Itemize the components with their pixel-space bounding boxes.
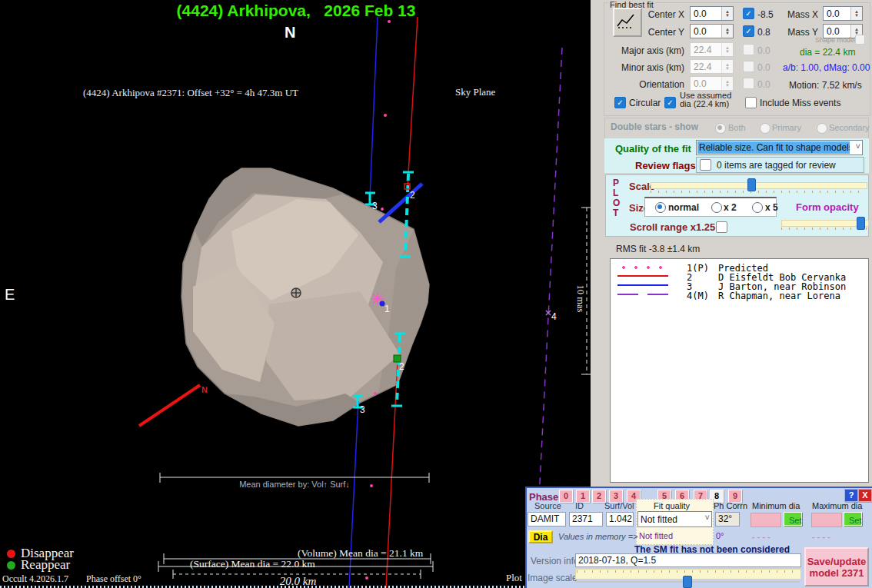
east-direction-label: E bbox=[5, 286, 15, 304]
size-x5-radio[interactable] bbox=[752, 202, 763, 213]
rms-fit-text: RMS fit -3.8 ±1.4 km bbox=[616, 244, 700, 254]
image-scale-slider-thumb[interactable] bbox=[683, 576, 692, 588]
form-opacity-slider-thumb[interactable] bbox=[857, 217, 865, 230]
version-info-field[interactable]: 2018-07-18, Q=1.5 bbox=[575, 553, 801, 567]
scale-slider[interactable] bbox=[651, 182, 867, 189]
minor-axis-spin-arrows[interactable] bbox=[721, 60, 733, 73]
major-axis-spin-arrows[interactable] bbox=[721, 43, 733, 56]
center-y-spinner[interactable]: 0.0 bbox=[690, 24, 734, 38]
predicted-line-sample bbox=[617, 266, 668, 269]
mass-x-spinner[interactable]: 0.0 bbox=[823, 6, 863, 21]
ph-corr-field[interactable]: 32° bbox=[715, 512, 740, 527]
use-assumed-dia-checkbox[interactable] bbox=[664, 97, 676, 108]
major-axis-value: 22.4 bbox=[694, 45, 711, 55]
memory-min-dia: - - - - bbox=[752, 532, 770, 541]
fit-quality-dropdown[interactable]: Not fitted ˅ bbox=[637, 511, 712, 527]
mass-x-spin-arrows[interactable] bbox=[850, 7, 862, 20]
save-button-line2: model 2371 bbox=[806, 567, 867, 579]
minor-axis-value: 22.4 bbox=[694, 61, 711, 72]
chord4-line-sample bbox=[617, 294, 668, 295]
event-info-text: (4424) Arkhipova #2371: Offset +32° = 4h… bbox=[83, 87, 298, 99]
quality-of-fit-dropdown[interactable]: Reliable size. Can fit to shape models ˅ bbox=[696, 140, 863, 155]
chord2-top-label: 2 bbox=[410, 190, 415, 201]
center-y-spin-arrows[interactable] bbox=[721, 25, 733, 38]
orientation-fit-value: 0.0 bbox=[757, 79, 770, 90]
dropdown-arrow-icon: ˅ bbox=[856, 141, 860, 151]
size-x2-label: x 2 bbox=[724, 202, 737, 213]
memory-ph-corr: 0° bbox=[716, 531, 724, 540]
use-assumed-dia-label: Use assumed dia (22.4 km) bbox=[680, 91, 731, 108]
form-opacity-label: Form opacity bbox=[796, 201, 859, 213]
center-x-spinner[interactable]: 0.0 bbox=[690, 6, 734, 21]
source-field[interactable]: DAMIT bbox=[528, 512, 566, 527]
scroll-range-checkbox[interactable] bbox=[716, 221, 727, 233]
help-button[interactable]: ? bbox=[844, 489, 858, 502]
north-direction-label: N bbox=[285, 24, 295, 42]
legend-id: 4(M) bbox=[687, 291, 709, 301]
double-secondary-radio[interactable] bbox=[817, 123, 827, 134]
min-dia-field[interactable] bbox=[751, 513, 781, 527]
center-y-fit-value: 0.8 bbox=[757, 27, 770, 38]
center-x-fit-checkbox[interactable] bbox=[743, 8, 754, 19]
chord2-bottom-label: 2 bbox=[399, 361, 404, 372]
set-min-dia-button[interactable]: Set bbox=[784, 512, 802, 526]
size-normal-label: normal bbox=[668, 202, 699, 213]
center-y-fit-checkbox[interactable] bbox=[743, 25, 754, 37]
dia-button[interactable]: Dia bbox=[528, 530, 553, 543]
minor-axis-spinner[interactable]: 22.4 bbox=[690, 59, 734, 74]
id-header: ID bbox=[575, 501, 584, 510]
max-dia-header: Maximum dia bbox=[812, 501, 862, 510]
orientation-fit-checkbox[interactable] bbox=[743, 78, 754, 89]
plot-vertical-label: P L O T bbox=[613, 178, 620, 218]
surfvol-header: Surf/Vol bbox=[604, 501, 634, 510]
legend-item-predicted[interactable]: 1(P) Predicted bbox=[611, 263, 868, 272]
memory-fit-quality: Not fitted bbox=[639, 531, 673, 540]
minor-axis-fit-checkbox[interactable] bbox=[743, 61, 754, 72]
double-both-radio[interactable] bbox=[715, 123, 726, 134]
save-update-model-button[interactable]: Save/update model 2371 bbox=[804, 547, 869, 586]
legend-item-chord4[interactable]: 4(M) R Chapman, near Lorena bbox=[611, 291, 868, 300]
source-header: Source bbox=[534, 501, 561, 510]
scale-slider-ticks bbox=[651, 191, 866, 193]
shape-center-marker bbox=[291, 288, 301, 297]
ph-corr-header: Ph Corrn bbox=[714, 501, 747, 510]
center-x-spin-arrows[interactable] bbox=[721, 7, 733, 20]
review-flags-checkbox[interactable] bbox=[700, 159, 711, 171]
include-miss-checkbox[interactable] bbox=[745, 97, 757, 108]
legend-item-chord2[interactable]: 2 D Eisfeldt Bob Cervanka bbox=[611, 272, 868, 281]
size-normal-radio[interactable] bbox=[655, 202, 666, 213]
phase-offset-label: Phase offset 0° bbox=[86, 573, 141, 585]
form-opacity-slider[interactable] bbox=[781, 220, 869, 227]
center-x-value: 0.0 bbox=[694, 8, 707, 19]
scroll-range-label: Scroll range x1.25 bbox=[630, 221, 715, 233]
center-x-fit-value: -8.5 bbox=[757, 9, 774, 20]
volume-diameter-label: (Volume) Mean dia = 21.1 km bbox=[298, 547, 423, 560]
orientation-spin-arrows[interactable] bbox=[721, 77, 733, 90]
sky-plane-label: Sky Plane bbox=[455, 86, 495, 98]
shape-model-checkbox[interactable] bbox=[855, 35, 865, 45]
occult-window: N bbox=[0, 0, 872, 588]
close-button[interactable]: X bbox=[858, 489, 872, 502]
asteroid-shape-model bbox=[181, 168, 429, 426]
orientation-spinner[interactable]: 0.0 bbox=[690, 76, 734, 91]
double-primary-radio[interactable] bbox=[760, 123, 770, 134]
major-axis-spinner[interactable]: 22.4 bbox=[690, 42, 734, 57]
mass-x-value: 0.0 bbox=[827, 8, 840, 19]
min-dia-header: Minimum dia bbox=[752, 501, 800, 510]
event-title: (4424) Arkhipova, 2026 Feb 13 bbox=[77, 2, 515, 20]
id-field[interactable]: 2371 bbox=[569, 512, 603, 527]
max-dia-field[interactable] bbox=[811, 513, 842, 527]
dia-result-text: dia = 22.4 km bbox=[800, 47, 855, 58]
quality-selected-value: Reliable size. Can fit to shape models bbox=[697, 141, 850, 154]
chord3-line-sample bbox=[617, 284, 668, 286]
set-max-dia-button[interactable]: Set bbox=[844, 512, 862, 526]
disappear-dot-icon bbox=[7, 550, 15, 558]
legend-item-chord3[interactable]: 3 J Barton, near Robinson bbox=[611, 281, 868, 291]
size-x2-radio[interactable] bbox=[711, 202, 722, 213]
minor-axis-fit-value: 0.0 bbox=[757, 62, 770, 73]
double-primary-label: Primary bbox=[772, 123, 801, 132]
circular-checkbox[interactable] bbox=[614, 97, 626, 108]
surfvol-field[interactable]: 1.042 bbox=[606, 512, 634, 527]
scale-slider-thumb[interactable] bbox=[747, 178, 756, 191]
major-axis-fit-checkbox[interactable] bbox=[743, 44, 754, 55]
